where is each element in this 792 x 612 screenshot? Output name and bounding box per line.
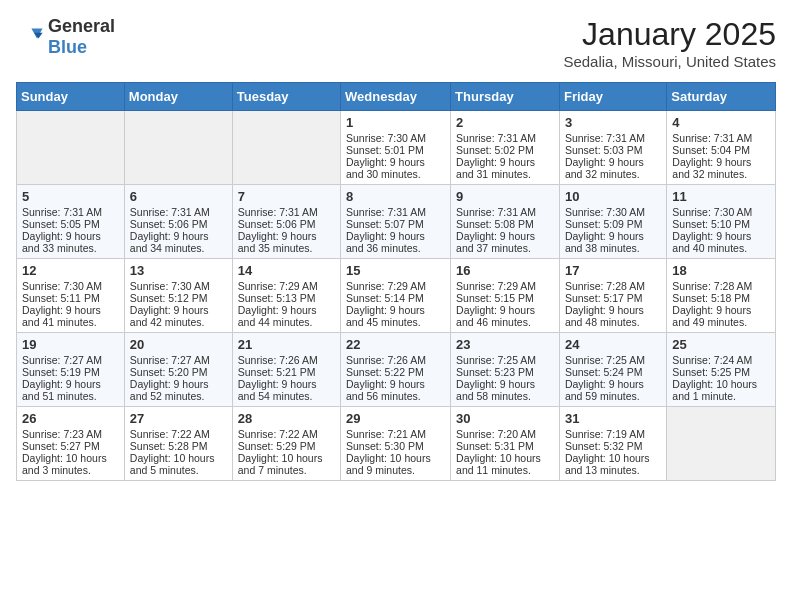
calendar-cell: 7Sunrise: 7:31 AMSunset: 5:06 PMDaylight… [232,185,340,259]
sunset-text: Sunset: 5:21 PM [238,366,335,378]
logo-icon [16,23,44,51]
sunset-text: Sunset: 5:27 PM [22,440,119,452]
sunrise-text: Sunrise: 7:26 AM [238,354,335,366]
calendar-cell: 25Sunrise: 7:24 AMSunset: 5:25 PMDayligh… [667,333,776,407]
sunset-text: Sunset: 5:01 PM [346,144,445,156]
sunset-text: Sunset: 5:02 PM [456,144,554,156]
week-row-3: 12Sunrise: 7:30 AMSunset: 5:11 PMDayligh… [17,259,776,333]
daylight-text: Daylight: 9 hours and 52 minutes. [130,378,227,402]
sunrise-text: Sunrise: 7:27 AM [130,354,227,366]
daylight-text: Daylight: 10 hours and 13 minutes. [565,452,661,476]
calendar-cell [232,111,340,185]
sunrise-text: Sunrise: 7:22 AM [238,428,335,440]
month-title: January 2025 [563,16,776,53]
sunset-text: Sunset: 5:24 PM [565,366,661,378]
daylight-text: Daylight: 10 hours and 7 minutes. [238,452,335,476]
day-number: 8 [346,189,445,204]
weekday-header-friday: Friday [559,83,666,111]
daylight-text: Daylight: 9 hours and 56 minutes. [346,378,445,402]
sunset-text: Sunset: 5:09 PM [565,218,661,230]
logo: General Blue [16,16,115,58]
weekday-header-monday: Monday [124,83,232,111]
week-row-4: 19Sunrise: 7:27 AMSunset: 5:19 PMDayligh… [17,333,776,407]
sunrise-text: Sunrise: 7:31 AM [22,206,119,218]
calendar-cell: 11Sunrise: 7:30 AMSunset: 5:10 PMDayligh… [667,185,776,259]
calendar-cell: 29Sunrise: 7:21 AMSunset: 5:30 PMDayligh… [341,407,451,481]
week-row-5: 26Sunrise: 7:23 AMSunset: 5:27 PMDayligh… [17,407,776,481]
sunrise-text: Sunrise: 7:28 AM [565,280,661,292]
calendar-cell: 8Sunrise: 7:31 AMSunset: 5:07 PMDaylight… [341,185,451,259]
daylight-text: Daylight: 9 hours and 35 minutes. [238,230,335,254]
weekday-header-sunday: Sunday [17,83,125,111]
weekday-header-thursday: Thursday [451,83,560,111]
weekday-header-row: SundayMondayTuesdayWednesdayThursdayFrid… [17,83,776,111]
sunrise-text: Sunrise: 7:31 AM [565,132,661,144]
day-number: 25 [672,337,770,352]
daylight-text: Daylight: 9 hours and 30 minutes. [346,156,445,180]
day-number: 26 [22,411,119,426]
sunset-text: Sunset: 5:19 PM [22,366,119,378]
day-number: 19 [22,337,119,352]
page-header: General Blue January 2025 Sedalia, Misso… [16,16,776,70]
daylight-text: Daylight: 9 hours and 31 minutes. [456,156,554,180]
sunset-text: Sunset: 5:22 PM [346,366,445,378]
sunrise-text: Sunrise: 7:24 AM [672,354,770,366]
day-number: 22 [346,337,445,352]
sunrise-text: Sunrise: 7:25 AM [565,354,661,366]
calendar-cell: 31Sunrise: 7:19 AMSunset: 5:32 PMDayligh… [559,407,666,481]
daylight-text: Daylight: 9 hours and 51 minutes. [22,378,119,402]
day-number: 10 [565,189,661,204]
daylight-text: Daylight: 9 hours and 49 minutes. [672,304,770,328]
calendar-cell: 14Sunrise: 7:29 AMSunset: 5:13 PMDayligh… [232,259,340,333]
sunrise-text: Sunrise: 7:19 AM [565,428,661,440]
day-number: 13 [130,263,227,278]
sunset-text: Sunset: 5:32 PM [565,440,661,452]
calendar-cell: 6Sunrise: 7:31 AMSunset: 5:06 PMDaylight… [124,185,232,259]
daylight-text: Daylight: 9 hours and 46 minutes. [456,304,554,328]
location-title: Sedalia, Missouri, United States [563,53,776,70]
sunrise-text: Sunrise: 7:28 AM [672,280,770,292]
sunset-text: Sunset: 5:20 PM [130,366,227,378]
week-row-2: 5Sunrise: 7:31 AMSunset: 5:05 PMDaylight… [17,185,776,259]
sunrise-text: Sunrise: 7:25 AM [456,354,554,366]
daylight-text: Daylight: 9 hours and 34 minutes. [130,230,227,254]
daylight-text: Daylight: 9 hours and 59 minutes. [565,378,661,402]
weekday-header-tuesday: Tuesday [232,83,340,111]
calendar-cell: 23Sunrise: 7:25 AMSunset: 5:23 PMDayligh… [451,333,560,407]
day-number: 5 [22,189,119,204]
sunset-text: Sunset: 5:18 PM [672,292,770,304]
calendar-cell: 19Sunrise: 7:27 AMSunset: 5:19 PMDayligh… [17,333,125,407]
calendar-cell: 5Sunrise: 7:31 AMSunset: 5:05 PMDaylight… [17,185,125,259]
sunrise-text: Sunrise: 7:27 AM [22,354,119,366]
sunrise-text: Sunrise: 7:29 AM [456,280,554,292]
sunset-text: Sunset: 5:10 PM [672,218,770,230]
sunset-text: Sunset: 5:30 PM [346,440,445,452]
sunrise-text: Sunrise: 7:22 AM [130,428,227,440]
day-number: 24 [565,337,661,352]
sunset-text: Sunset: 5:07 PM [346,218,445,230]
daylight-text: Daylight: 9 hours and 33 minutes. [22,230,119,254]
logo-text-general: General [48,16,115,36]
sunset-text: Sunset: 5:05 PM [22,218,119,230]
sunset-text: Sunset: 5:14 PM [346,292,445,304]
sunrise-text: Sunrise: 7:31 AM [238,206,335,218]
sunset-text: Sunset: 5:31 PM [456,440,554,452]
sunset-text: Sunset: 5:03 PM [565,144,661,156]
calendar-cell: 2Sunrise: 7:31 AMSunset: 5:02 PMDaylight… [451,111,560,185]
calendar-cell: 17Sunrise: 7:28 AMSunset: 5:17 PMDayligh… [559,259,666,333]
day-number: 4 [672,115,770,130]
daylight-text: Daylight: 10 hours and 1 minute. [672,378,770,402]
daylight-text: Daylight: 9 hours and 58 minutes. [456,378,554,402]
day-number: 16 [456,263,554,278]
day-number: 20 [130,337,227,352]
sunrise-text: Sunrise: 7:31 AM [130,206,227,218]
sunrise-text: Sunrise: 7:31 AM [456,206,554,218]
sunset-text: Sunset: 5:17 PM [565,292,661,304]
daylight-text: Daylight: 10 hours and 9 minutes. [346,452,445,476]
sunrise-text: Sunrise: 7:30 AM [565,206,661,218]
calendar-cell: 4Sunrise: 7:31 AMSunset: 5:04 PMDaylight… [667,111,776,185]
day-number: 17 [565,263,661,278]
daylight-text: Daylight: 9 hours and 42 minutes. [130,304,227,328]
sunset-text: Sunset: 5:23 PM [456,366,554,378]
calendar-cell: 15Sunrise: 7:29 AMSunset: 5:14 PMDayligh… [341,259,451,333]
